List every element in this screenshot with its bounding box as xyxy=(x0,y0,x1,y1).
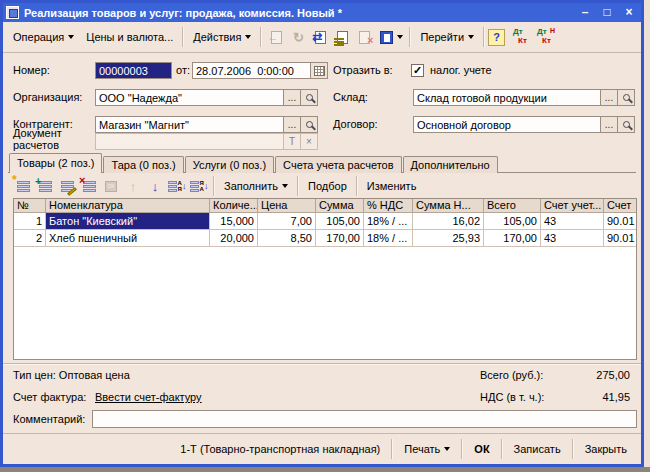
refresh-button: ↻ xyxy=(287,26,309,48)
number-label: Номер: xyxy=(13,62,50,79)
warehouse-input[interactable] xyxy=(413,89,601,106)
fill-menu-button[interactable]: Заполнить xyxy=(218,178,294,194)
print-menu-button[interactable]: Печать xyxy=(396,441,458,457)
reread-document-button: ← xyxy=(265,26,287,48)
close-form-button[interactable]: Закрыть xyxy=(577,441,635,457)
arrow-down-icon: ↓ xyxy=(152,179,159,194)
total-label: Всего (руб.): xyxy=(480,367,543,384)
toolbar-separator xyxy=(213,176,215,196)
prices-currency-button[interactable]: Цены и валюта... xyxy=(80,29,179,45)
table-header-row: № Номенклатура Количе... Цена Сумма % НД… xyxy=(14,199,636,213)
tab-goods[interactable]: Товары (2 поз.) xyxy=(9,153,102,173)
tab-containers[interactable]: Тара (0 поз.) xyxy=(103,156,183,173)
add-row-button[interactable]: * xyxy=(12,176,34,196)
date-label: от: xyxy=(176,62,190,79)
chevron-down-icon xyxy=(468,35,474,39)
counterparty-input[interactable] xyxy=(95,116,284,133)
column-header: Цена xyxy=(258,199,316,213)
goto-menu-button[interactable]: Перейти xyxy=(414,29,480,45)
save-button[interactable]: Записать xyxy=(506,441,569,457)
sort-ascending-button[interactable]: АЯ↓ xyxy=(166,176,188,196)
contract-select-button[interactable]: ... xyxy=(600,116,618,133)
column-header: Всего xyxy=(484,199,541,213)
settlement-doc-input[interactable] xyxy=(95,133,284,150)
help-button[interactable]: ? xyxy=(488,29,505,46)
end-edit-button: OK xyxy=(100,176,122,196)
ttn-print-button[interactable]: 1-Т (Товарно-транспортная накладная) xyxy=(172,441,388,457)
actions-menu-button[interactable]: Действия xyxy=(187,29,257,45)
toolbar-separator xyxy=(356,176,358,196)
end-edit-icon: OK xyxy=(105,181,117,192)
items-table[interactable]: № Номенклатура Количе... Цена Сумма % НД… xyxy=(13,198,637,360)
post-document-button[interactable] xyxy=(331,26,353,48)
magnifier-icon xyxy=(623,94,630,101)
calendar-button[interactable] xyxy=(310,62,328,79)
delete-row-button[interactable]: × xyxy=(78,176,100,196)
counterparty-select-button[interactable]: ... xyxy=(283,116,301,133)
comment-label: Комментарий: xyxy=(13,411,85,428)
dt-kt-n-button[interactable]: Дт Н Кт xyxy=(535,27,559,47)
tab-services[interactable]: Услуги (0 поз.) xyxy=(185,156,274,173)
column-header: Счет xyxy=(604,199,637,213)
tax-accounting-checkbox[interactable]: ✓ xyxy=(411,64,424,77)
window-icon xyxy=(6,6,19,19)
organization-open-button[interactable] xyxy=(300,89,318,106)
chevron-down-icon xyxy=(68,35,74,39)
ok-button[interactable]: ОК xyxy=(466,441,497,457)
desktop-strip xyxy=(0,467,650,472)
chevron-down-icon xyxy=(245,35,251,39)
settlement-doc-clear-button[interactable]: × xyxy=(300,133,318,150)
column-header: Количе... xyxy=(210,199,258,213)
contract-label: Договор: xyxy=(333,116,378,133)
create-based-on-button[interactable] xyxy=(375,26,397,48)
toolbar-separator xyxy=(409,27,411,47)
pick-button[interactable]: Подбор xyxy=(302,178,353,194)
close-button[interactable]: × xyxy=(622,4,636,21)
minimize-button[interactable]: – xyxy=(578,4,592,21)
magnifier-icon xyxy=(306,94,313,101)
total-value: 275,00 xyxy=(555,367,630,384)
warehouse-select-button[interactable]: ... xyxy=(600,89,618,106)
copy-document-button[interactable]: ⇄ xyxy=(309,26,331,48)
counterparty-open-button[interactable] xyxy=(300,116,318,133)
chevron-down-icon[interactable] xyxy=(397,35,403,39)
contract-open-button[interactable] xyxy=(617,116,635,133)
operation-menu-button[interactable]: Операция xyxy=(7,29,80,45)
button-separator xyxy=(391,439,393,459)
copy-row-button[interactable]: + xyxy=(34,176,56,196)
toolbar-separator xyxy=(483,27,485,47)
number-input[interactable] xyxy=(95,62,172,79)
table-row[interactable]: 2 Хлеб пшеничный 20,000 8,50 170,00 18% … xyxy=(14,230,636,247)
move-row-up-button: ↑ xyxy=(122,176,144,196)
comment-input[interactable] xyxy=(92,410,637,428)
warehouse-open-button[interactable] xyxy=(617,89,635,106)
footer-divider xyxy=(3,363,641,365)
vat-label: НДС (в т. ч.): xyxy=(480,389,544,406)
maximize-button[interactable]: □ xyxy=(600,4,614,21)
tab-settlement-accounts[interactable]: Счета учета расчетов xyxy=(275,156,401,173)
enter-invoice-link[interactable]: Ввести счет-фактуру xyxy=(95,389,202,406)
table-row[interactable]: 1 Батон "Киевский" 15,000 7,00 105,00 18… xyxy=(14,213,636,230)
settlement-doc-type-button[interactable]: T xyxy=(283,133,301,150)
settlement-doc-label-line1: Документ xyxy=(13,127,62,139)
date-input[interactable] xyxy=(192,62,311,79)
document-copy-icon xyxy=(315,31,326,44)
organization-select-button[interactable]: ... xyxy=(283,89,301,106)
contract-input[interactable] xyxy=(413,116,601,133)
toolbar-separator xyxy=(297,176,299,196)
tab-strip: Товары (2 поз.) Тара (0 поз.) Услуги (0 … xyxy=(9,153,499,173)
document-window: Реализация товаров и услуг: продажа, ком… xyxy=(0,0,644,467)
organization-label: Организация: xyxy=(13,89,82,106)
organization-input[interactable] xyxy=(95,89,284,106)
add-row-icon xyxy=(17,181,30,192)
edit-row-button[interactable] xyxy=(56,176,78,196)
dt-kt-button[interactable]: Дт Кт xyxy=(511,27,535,47)
delete-row-icon xyxy=(83,181,96,192)
change-button[interactable]: Изменить xyxy=(361,178,423,194)
tab-additional[interactable]: Дополнительно xyxy=(403,156,498,173)
column-header: Сумма xyxy=(316,199,364,213)
sort-descending-button[interactable]: ЯА↓ xyxy=(188,176,210,196)
button-separator xyxy=(501,439,503,459)
move-row-down-button[interactable]: ↓ xyxy=(144,176,166,196)
arrow-up-icon: ↑ xyxy=(130,179,137,194)
